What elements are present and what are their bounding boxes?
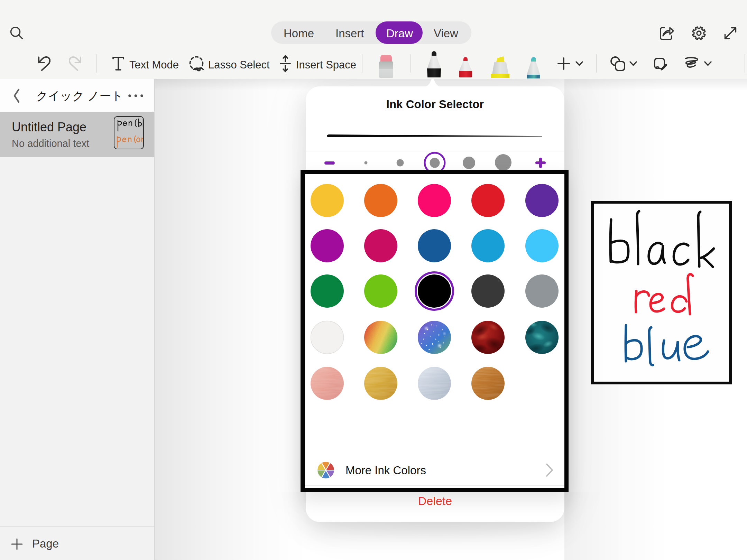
svg-text:More Ink Colors: More Ink Colors — [345, 464, 426, 477]
